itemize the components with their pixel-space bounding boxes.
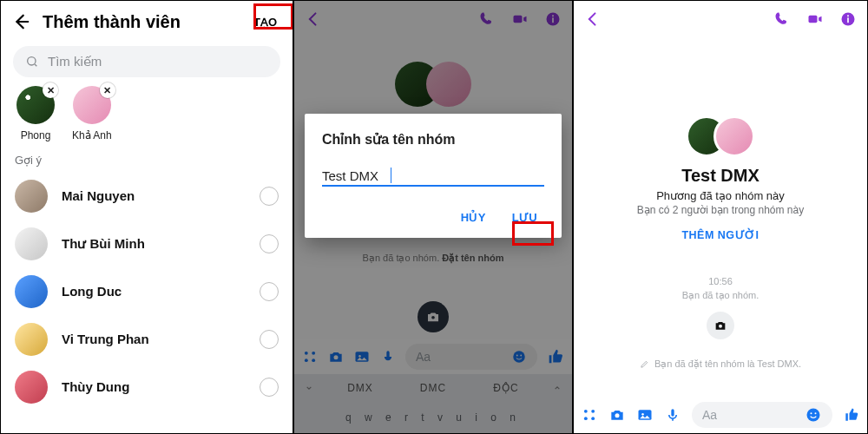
- camera-button[interactable]: [707, 312, 734, 339]
- svg-rect-17: [809, 16, 818, 23]
- group-name-input[interactable]: [322, 167, 544, 187]
- group-avatars: [693, 115, 748, 157]
- page-title: Thêm thành viên: [43, 12, 248, 32]
- svg-point-28: [641, 413, 644, 416]
- suggestion-name: Thư Bùi Minh: [62, 236, 260, 252]
- image-icon[interactable]: [636, 406, 654, 424]
- mic-icon[interactable]: [664, 406, 681, 424]
- call-icon[interactable]: [773, 10, 791, 28]
- svg-point-25: [591, 417, 595, 420]
- avatar: [15, 371, 48, 404]
- svg-point-22: [584, 410, 588, 413]
- svg-rect-29: [671, 409, 674, 416]
- pane-add-members: Thêm thành viên TẠO Tìm kiếm ✕ Phong ✕ K…: [0, 0, 293, 434]
- svg-point-21: [719, 325, 722, 328]
- add-people-button[interactable]: THÊM NGƯỜI: [681, 228, 759, 241]
- suggestion-name: Vi Trung Phan: [62, 332, 260, 346]
- info-icon[interactable]: [839, 10, 857, 28]
- header: Thêm thành viên TẠO: [1, 1, 293, 43]
- remove-chip-icon[interactable]: ✕: [43, 82, 58, 98]
- created-text: Bạn đã tạo nhóm.: [682, 290, 760, 301]
- suggestion-row[interactable]: Long Duc: [1, 267, 293, 315]
- composer-placeholder: Aa: [702, 408, 717, 422]
- pane-group-created: Test DMX Phương đã tạo nhóm này Bạn có 2…: [573, 0, 868, 434]
- created-by-text: Phương đã tạo nhóm này: [656, 189, 785, 202]
- avatar: [15, 323, 48, 356]
- create-button[interactable]: TẠO: [248, 12, 282, 32]
- suggestion-row[interactable]: Vi Trung Phan: [1, 315, 293, 363]
- avatar: [15, 180, 48, 213]
- chip-label: Khả Anh: [72, 129, 112, 141]
- renamed-label: Bạn đã đặt tên nhóm là Test DMX.: [654, 358, 801, 370]
- suggestion-name: Mai Nguyen: [62, 188, 260, 203]
- search-placeholder: Tìm kiếm: [48, 54, 102, 69]
- group-hero: Test DMX Phương đã tạo nhóm này Bạn có 2…: [574, 115, 867, 370]
- selected-members: ✕ Phong ✕ Khả Anh: [1, 86, 293, 148]
- chip-label: Phong: [21, 129, 51, 141]
- remove-chip-icon[interactable]: ✕: [100, 82, 115, 98]
- svg-rect-19: [847, 17, 849, 23]
- selected-chip[interactable]: ✕ Phong: [16, 86, 55, 141]
- avatar: [15, 275, 48, 308]
- selected-chip[interactable]: ✕ Khả Anh: [72, 86, 112, 141]
- timestamp: 10:56: [708, 276, 733, 286]
- group-name: Test DMX: [681, 166, 760, 186]
- thumb-icon[interactable]: [843, 406, 860, 424]
- suggestion-row[interactable]: Thư Bùi Minh: [1, 220, 293, 267]
- composer-input[interactable]: Aa: [692, 402, 832, 428]
- suggestion-name: Long Duc: [62, 284, 260, 299]
- suggestion-name: Thùy Dung: [62, 379, 260, 394]
- pencil-icon: [640, 359, 649, 369]
- radio-unselected[interactable]: [260, 378, 279, 397]
- radio-unselected[interactable]: [260, 330, 279, 349]
- back-icon[interactable]: [584, 10, 602, 28]
- search-icon: [25, 55, 48, 69]
- svg-point-24: [584, 417, 588, 420]
- svg-point-30: [807, 409, 820, 422]
- radio-unselected[interactable]: [260, 234, 279, 253]
- avatar: [713, 115, 755, 157]
- rename-dialog: Chỉnh sửa tên nhóm HỦY LƯU: [305, 114, 562, 238]
- suggestion-row[interactable]: Mai Nguyen: [1, 172, 293, 220]
- emoji-icon[interactable]: [805, 406, 822, 424]
- composer: Aa: [574, 397, 867, 433]
- friend-count-text: Bạn có 2 người bạn trong nhóm này: [637, 204, 804, 216]
- suggestion-row[interactable]: Thùy Dung: [1, 363, 293, 411]
- back-icon[interactable]: [11, 12, 30, 31]
- svg-point-26: [615, 413, 620, 418]
- svg-point-0: [28, 57, 36, 65]
- radio-unselected[interactable]: [260, 282, 279, 301]
- avatar: [15, 227, 48, 260]
- text-caret: [391, 168, 391, 183]
- pane-edit-group-name: Bạn đã tạo nhóm. Đặt tên nhóm Aa DM: [293, 0, 573, 434]
- camera-icon[interactable]: [608, 406, 626, 424]
- chat-header: [574, 1, 867, 37]
- svg-point-20: [847, 15, 849, 16]
- radio-unselected[interactable]: [260, 187, 279, 206]
- search-input[interactable]: Tìm kiếm: [13, 46, 280, 77]
- svg-point-23: [591, 410, 595, 413]
- save-button[interactable]: LƯU: [505, 206, 544, 229]
- renamed-text: Bạn đã đặt tên nhóm là Test DMX.: [640, 358, 801, 370]
- svg-point-31: [811, 412, 812, 414]
- dialog-title: Chỉnh sửa tên nhóm: [322, 131, 544, 148]
- section-label: Gợi ý: [1, 148, 293, 172]
- svg-point-32: [815, 412, 817, 414]
- cancel-button[interactable]: HỦY: [454, 206, 493, 229]
- video-icon[interactable]: [806, 10, 824, 28]
- apps-icon[interactable]: [581, 406, 598, 424]
